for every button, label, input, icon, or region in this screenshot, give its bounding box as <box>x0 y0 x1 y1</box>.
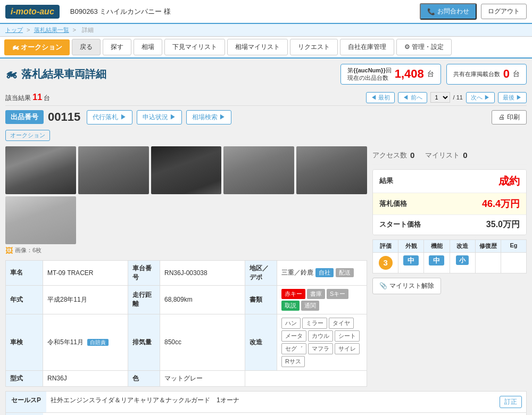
start-price-label: スタート価格 <box>379 220 421 229</box>
next-page-button[interactable]: 次へ ▶ <box>466 92 495 103</box>
clip-icon: 📎 <box>379 282 387 289</box>
kaizo-badge: 小 <box>456 255 469 265</box>
auction-icon: 🏍 <box>12 43 19 51</box>
rating-val-eg <box>501 253 526 273</box>
breadcrumb-list[interactable]: 落札結果一覧 <box>34 27 69 33</box>
breadcrumb-top[interactable]: トップ <box>5 27 23 33</box>
shared-counter-label: 共有在庫掲載台数 <box>453 70 500 78</box>
breadcrumb-detail: 詳細 <box>82 27 94 33</box>
mod-seat: シート <box>335 330 360 342</box>
nav-soba-button[interactable]: 相場 <box>134 39 162 55</box>
doc-tag-tsukan: 通関 <box>301 301 319 311</box>
rating-val-gaikan: 中 <box>398 253 424 273</box>
image-thumb-3[interactable] <box>151 146 222 194</box>
mylist-label: マイリスト <box>425 151 460 160</box>
shared-counter-unit: 台 <box>513 69 520 79</box>
access-item: アクセス数 0 <box>372 151 414 160</box>
empty-cell <box>245 370 367 386</box>
mod-han: ハン <box>281 318 301 329</box>
images-grid-row1 <box>5 146 367 194</box>
score-badge: 3 <box>379 256 393 270</box>
auction-tag: オークション <box>5 130 50 141</box>
chassis-value: RN36J-003038 <box>160 260 245 285</box>
image-thumb-2[interactable] <box>78 146 149 194</box>
image-thumb-6[interactable] <box>5 196 76 244</box>
page-content: 🏍 落札結果車両詳細 第{{aucNum}}回現在の出品台数 1,408 台 共… <box>0 59 532 415</box>
color-value: マットグレー <box>160 370 245 386</box>
jibai-tag: 自賠責 <box>87 339 109 346</box>
last-page-button[interactable]: 最後 ▶ <box>498 92 527 103</box>
rating-val-kino: 中 <box>424 253 450 273</box>
print-button[interactable]: 🖨 印刷 <box>492 110 527 124</box>
logo: i-moto-auc <box>5 5 60 19</box>
nav-back-button[interactable]: 戻る <box>72 39 101 55</box>
mileage-label: 走行距離 <box>128 285 160 314</box>
price-label: 落札価格 <box>379 199 407 209</box>
result-box: 結果 成約 落札価格 46.4万円 スタート価格 35.0万円 <box>372 169 527 235</box>
nav-settings-button[interactable]: ⚙ 管理・設定 <box>396 39 452 55</box>
moushikomi-button[interactable]: 申込状況 ▶ <box>137 110 182 124</box>
page-select[interactable]: 1 <box>430 92 450 103</box>
year-value: 平成28年11月 <box>43 285 128 314</box>
chassis-label: 車台番号 <box>128 260 160 285</box>
location-value: 三重／鈴鹿 自社 配送 <box>277 260 367 285</box>
jisha-tag: 自社 <box>315 268 334 277</box>
rating-header-kaizo: 改造 <box>450 240 476 252</box>
location-text: 三重／鈴鹿 <box>281 268 313 277</box>
soba-search-button[interactable]: 相場検索 ▶ <box>186 110 231 124</box>
access-value: 0 <box>410 151 414 160</box>
right-column: アクセス数 0 マイリスト 0 結果 成約 落札価格 46.4万円 <box>372 146 527 387</box>
model-label: 型式 <box>6 370 43 386</box>
logout-button[interactable]: ログアウト <box>481 4 527 19</box>
comment-label: 出品店コメント <box>6 413 43 415</box>
image-count: 🖼 画像：6枚 <box>5 246 367 255</box>
comment-row: 出品店コメント <box>5 413 527 415</box>
sales-label: セールスP <box>6 392 46 412</box>
user-name: ミハイルカンパニー 様 <box>99 7 171 15</box>
table-row: 年式 平成28年11月 走行距離 68,809km 書類 赤キー 書庫 Sキー … <box>6 285 367 314</box>
auction-counter-label: 第{{aucNum}}回現在の出品台数 <box>347 67 392 82</box>
mod-cowl: カウル <box>308 330 333 342</box>
rating-val-shufuku <box>476 253 501 273</box>
rating-header-kino: 機能 <box>424 240 450 252</box>
gaikan-badge: 中 <box>403 255 419 265</box>
nav-sobamylist-button[interactable]: 相場マイリスト <box>227 39 288 55</box>
daiko-button[interactable]: 代行落札 ▶ <box>87 110 132 124</box>
doc-tag-shoko: 書庫 <box>307 289 325 299</box>
image-thumb-5[interactable] <box>296 146 367 194</box>
sales-row: セールスP 社外エンジンスライダ＆リアキャリア＆ナックルガード 1オーナ 訂正 <box>5 391 527 413</box>
doc-tag-akaki: 赤キー <box>281 289 305 299</box>
access-section: アクセス数 0 マイリスト 0 <box>372 146 527 165</box>
user-info: B090263 ミハイルカンパニー 様 <box>70 7 409 16</box>
price-value: 46.4万円 <box>482 197 520 210</box>
docs-value: 赤キー 書庫 Sキー 取説 通関 <box>277 285 367 314</box>
breadcrumb: トップ > 落札結果一覧 > 詳細 <box>0 24 532 37</box>
item-label: 出品番号 <box>5 110 44 124</box>
mileage-value: 68,809km <box>160 285 245 314</box>
inspection-label: 車検 <box>6 314 43 370</box>
soba-search-label: 相場検索 ▶ <box>192 113 226 122</box>
image-count-text: 画像：6枚 <box>15 246 41 254</box>
result-row-2: 落札価格 46.4万円 <box>373 193 526 215</box>
rating-header-shufuku: 修復歴 <box>476 240 501 252</box>
rating-header-eg: Eg <box>501 240 526 252</box>
prev-page-button[interactable]: ◀ 前へ <box>398 92 427 103</box>
image-thumb-1[interactable] <box>5 146 76 194</box>
correction-button[interactable]: 訂正 <box>500 396 522 408</box>
images-grid-row2 <box>5 196 367 244</box>
docs-label: 書類 <box>245 285 277 314</box>
doc-tag-torisetsu: 取説 <box>281 301 300 311</box>
nav-request-button[interactable]: リクエスト <box>290 39 338 55</box>
nav-shimi-button[interactable]: 下見マイリスト <box>164 39 225 55</box>
first-page-button[interactable]: ◀ 最初 <box>366 92 395 103</box>
nav-inventory-button[interactable]: 自社在庫管理 <box>340 39 394 55</box>
contact-button[interactable]: 📞 お問合わせ <box>420 3 477 20</box>
vehicle-name-label: 車名 <box>6 260 43 285</box>
nav-auction-button[interactable]: 🏍 オークション <box>4 39 70 55</box>
rating-values: 3 中 中 小 <box>372 252 527 273</box>
mylist-remove-button[interactable]: 📎 マイリスト解除 <box>372 278 441 294</box>
auction-counter-value: 1,408 <box>395 67 424 81</box>
image-thumb-4[interactable] <box>223 146 294 194</box>
access-label: アクセス数 <box>372 151 407 160</box>
nav-sagasu-button[interactable]: 探す <box>103 39 131 55</box>
